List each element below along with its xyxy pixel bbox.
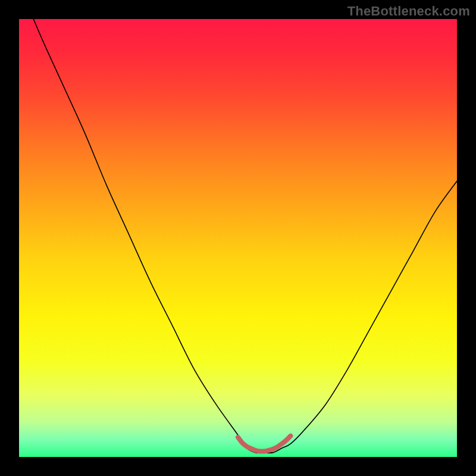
watermark-text: TheBottleneck.com — [347, 4, 470, 19]
plot-area — [19, 19, 457, 457]
chart-frame: TheBottleneck.com — [0, 0, 476, 476]
bottleneck-chart — [19, 19, 457, 457]
gradient-background — [19, 19, 457, 457]
